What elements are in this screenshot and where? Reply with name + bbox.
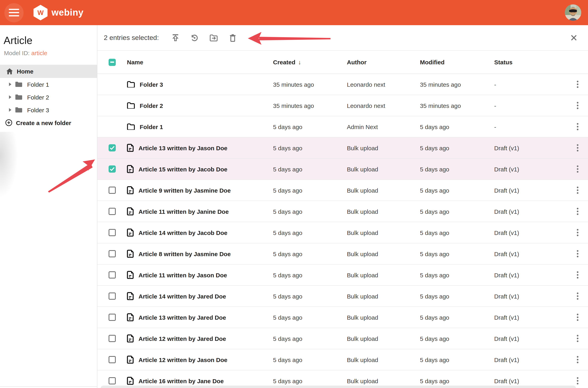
column-header-name[interactable]: Name <box>127 59 273 66</box>
entry-name: Article 14 written by Jacob Doe <box>138 229 227 236</box>
trash-icon <box>229 34 237 42</box>
publish-button[interactable] <box>169 32 182 44</box>
kebab-menu-icon[interactable] <box>571 375 583 387</box>
created-cell: 5 days ago <box>273 229 347 236</box>
table-row[interactable]: Article 9 written by Jasmine Doe 5 days … <box>97 180 588 201</box>
modified-cell: 5 days ago <box>420 377 494 384</box>
page-title: Article <box>4 34 97 47</box>
modified-cell: 5 days ago <box>420 123 494 130</box>
kebab-menu-icon[interactable] <box>571 333 583 344</box>
select-all-checkbox[interactable] <box>109 59 116 66</box>
kebab-menu-icon[interactable] <box>571 184 583 196</box>
sidebar-folder-item[interactable]: Folder 2 <box>0 91 97 103</box>
column-header-author[interactable]: Author <box>347 59 420 66</box>
status-cell: Draft (v1) <box>494 377 566 384</box>
entry-name: Folder 3 <box>140 81 163 88</box>
user-avatar[interactable] <box>565 4 581 21</box>
kebab-menu-icon[interactable] <box>571 248 583 260</box>
table-row[interactable]: Article 12 written by Jared Doe 5 days a… <box>97 328 588 349</box>
kebab-menu-icon[interactable] <box>571 227 583 239</box>
chevron-right-icon[interactable] <box>9 82 12 86</box>
table-row[interactable]: Article 16 written by Jane Doe 5 days ag… <box>97 370 588 388</box>
row-checkbox[interactable] <box>109 229 116 236</box>
column-header-created[interactable]: Created ↓ <box>273 59 347 66</box>
entry-name: Article 11 written by Jason Doe <box>138 271 227 278</box>
status-cell: Draft (v1) <box>494 250 566 257</box>
drawer-shadow <box>0 132 23 224</box>
table-row[interactable]: Article 15 written by Jacob Doe 5 days a… <box>97 159 588 180</box>
table-row[interactable]: Article 11 written by Jason Doe 5 days a… <box>97 265 588 286</box>
author-cell: Leonardo next <box>347 102 420 109</box>
column-header-status[interactable]: Status <box>494 59 566 66</box>
create-folder-button[interactable]: Create a new folder <box>0 119 97 126</box>
row-checkbox[interactable] <box>109 335 116 342</box>
delete-button[interactable] <box>227 32 239 44</box>
created-cell: 5 days ago <box>273 293 347 299</box>
kebab-menu-icon[interactable] <box>571 99 583 112</box>
modified-cell: 35 minutes ago <box>420 81 494 88</box>
table-row[interactable]: Article 13 written by Jared Doe 5 days a… <box>97 307 588 328</box>
kebab-menu-icon[interactable] <box>571 290 583 302</box>
row-checkbox[interactable] <box>109 144 116 151</box>
row-checkbox[interactable] <box>109 187 116 194</box>
row-checkbox[interactable] <box>109 356 116 363</box>
created-cell: 5 days ago <box>273 377 347 384</box>
kebab-menu-icon[interactable] <box>571 354 583 366</box>
table-row[interactable]: Article 11 written by Janine Doe 5 days … <box>97 201 588 222</box>
status-cell: Draft (v1) <box>494 356 566 363</box>
column-header-modified[interactable]: Modified <box>420 59 494 66</box>
status-cell: Draft (v1) <box>494 145 566 151</box>
sidebar-folder-item[interactable]: Folder 3 <box>0 103 97 116</box>
kebab-menu-icon[interactable] <box>571 142 583 154</box>
table-row[interactable]: Article 8 written by Jasmine Doe 5 days … <box>97 243 588 265</box>
sidebar-item-home[interactable]: Home <box>0 65 97 78</box>
created-cell: 5 days ago <box>273 314 347 321</box>
kebab-menu-icon[interactable] <box>571 269 583 281</box>
entry-name: Article 15 written by Jacob Doe <box>138 166 227 172</box>
author-cell: Bulk upload <box>347 377 420 384</box>
row-checkbox[interactable] <box>109 292 116 300</box>
table-row[interactable]: Article 12 written by Jason Doe 5 days a… <box>97 349 588 370</box>
folder-tree: Home Folder 1 Folder 2 Folder 3 <box>0 65 97 116</box>
chevron-right-icon[interactable] <box>9 108 12 112</box>
kebab-menu-icon[interactable] <box>571 121 583 133</box>
folder-icon <box>15 94 22 100</box>
row-checkbox[interactable] <box>109 271 116 279</box>
kebab-menu-icon[interactable] <box>571 78 583 90</box>
table-row[interactable]: Folder 1 5 days ago Admin Next 5 days ag… <box>97 116 588 138</box>
folder-tree-sidebar: Article Model ID: article Home Folder 1 <box>0 25 97 388</box>
kebab-menu-icon[interactable] <box>571 205 583 217</box>
document-icon <box>127 313 134 321</box>
table-row[interactable]: Folder 3 35 minutes ago Leonardo next 35… <box>97 74 588 95</box>
folder-icon <box>127 123 135 130</box>
folder-label: Folder 2 <box>27 94 49 100</box>
table-row[interactable]: Article 14 written by Jared Doe 5 days a… <box>97 286 588 307</box>
chevron-right-icon[interactable] <box>9 95 12 99</box>
author-cell: Bulk upload <box>347 166 420 172</box>
kebab-menu-icon[interactable] <box>571 311 583 323</box>
row-checkbox[interactable] <box>109 208 116 215</box>
row-checkbox[interactable] <box>109 166 116 173</box>
row-checkbox[interactable] <box>109 377 116 384</box>
author-cell: Leonardo next <box>347 81 420 88</box>
sidebar-item-label: Home <box>17 68 33 75</box>
entry-name: Article 11 written by Janine Doe <box>138 208 229 215</box>
folder-icon <box>15 107 22 113</box>
table-row[interactable]: Article 14 written by Jacob Doe 5 days a… <box>97 222 588 243</box>
row-checkbox[interactable] <box>109 314 116 321</box>
move-to-folder-button[interactable] <box>208 32 220 44</box>
status-cell: Draft (v1) <box>494 293 566 299</box>
document-icon <box>127 292 134 300</box>
loading-skeleton-bar <box>101 386 576 388</box>
table-row[interactable]: Article 13 written by Jason Doe 5 days a… <box>97 138 588 159</box>
table-row[interactable]: Folder 2 35 minutes ago Leonardo next 35… <box>97 95 588 116</box>
author-cell: Bulk upload <box>347 293 420 299</box>
hamburger-menu-button[interactable] <box>4 3 23 22</box>
row-checkbox[interactable] <box>109 250 116 257</box>
document-icon <box>127 207 134 215</box>
close-selection-button[interactable] <box>568 32 580 44</box>
unpublish-button[interactable] <box>188 32 201 44</box>
sidebar-folder-item[interactable]: Folder 1 <box>0 78 97 91</box>
entry-name: Folder 2 <box>140 102 163 109</box>
kebab-menu-icon[interactable] <box>571 163 583 175</box>
